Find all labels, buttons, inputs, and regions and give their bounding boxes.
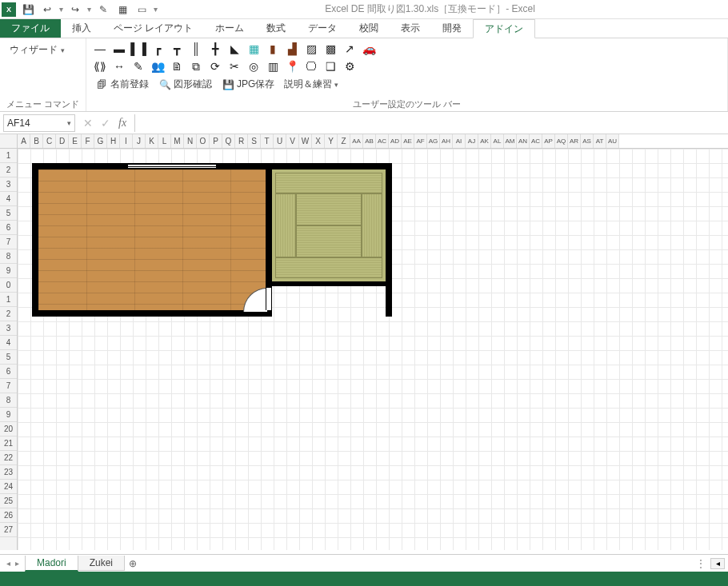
col-header-AQ[interactable]: AQ [555,134,568,148]
row-header-22[interactable]: 22 [0,451,17,465]
row-header-6[interactable]: 6 [0,221,17,235]
hscroll-left-button[interactable]: ◂ [710,558,725,569]
tool-note-icon[interactable]: ✎ [131,59,146,74]
row-header-27[interactable]: 27 [0,523,17,537]
col-header-H[interactable]: H [107,134,120,148]
tool-gear-icon[interactable]: ⚙ [342,59,357,74]
col-header-L[interactable]: L [158,134,171,148]
tool-grid-icon[interactable]: ▩ [323,42,338,56]
tool-triangle-icon[interactable]: ◣ [227,42,242,56]
col-header-AF[interactable]: AF [414,134,427,148]
fx-icon[interactable]: fx [118,117,126,130]
jpg-save-button[interactable]: 💾 JPG保存 [219,77,277,92]
tab-insert[interactable]: 挿入 [61,19,102,38]
tab-review[interactable]: 校閲 [348,19,390,38]
row-header-8[interactable]: 8 [0,393,17,408]
col-header-O[interactable]: O [197,134,210,148]
row-header-6[interactable]: 6 [0,365,17,379]
col-header-J[interactable]: J [133,134,146,148]
col-header-F[interactable]: F [82,134,94,148]
qat-redo-more[interactable]: ▾ [87,5,91,14]
col-header-X[interactable]: X [312,134,325,148]
name-box-dropdown-icon[interactable]: ▾ [67,119,71,127]
row-header-3[interactable]: 3 [0,321,17,336]
shape-confirm-button[interactable]: 🔍 図形確認 [156,77,214,92]
row-header-5[interactable]: 5 [0,350,17,365]
col-header-K[interactable]: K [146,134,158,148]
col-header-AI[interactable]: AI [453,134,466,148]
tab-formulas[interactable]: 数式 [255,19,297,38]
col-header-M[interactable]: M [171,134,184,148]
row-header-23[interactable]: 23 [0,465,17,480]
tool-line-icon[interactable]: — [93,42,107,56]
col-header-N[interactable]: N [184,134,197,148]
col-header-AR[interactable]: AR [568,134,581,148]
col-header-AK[interactable]: AK [478,134,491,148]
qat-redo-icon[interactable]: ↪ [68,2,82,17]
col-header-Z[interactable]: Z [338,134,350,148]
col-header-AG[interactable]: AG [427,134,440,148]
tool-copy-icon[interactable]: ⧉ [189,59,203,74]
qat-undo-icon[interactable]: ↩ [40,2,54,17]
cancel-x-icon[interactable]: ✕ [83,117,93,130]
tool-double-icon[interactable]: ║ [189,42,203,56]
explain-practice-button[interactable]: 説明＆練習 ▾ [282,77,341,92]
col-header-AC[interactable]: AC [530,134,542,148]
row-header-21[interactable]: 21 [0,437,17,451]
sheet-tab-zukei[interactable]: Zukei [78,556,125,571]
tool-cross-icon[interactable]: ╋ [208,42,222,56]
row-header-8[interactable]: 8 [0,249,17,264]
row-header-5[interactable]: 5 [0,206,17,221]
sheet-add-button[interactable]: ⊕ [125,558,141,569]
col-header-AH[interactable]: AH [440,134,453,148]
col-header-AL[interactable]: AL [491,134,504,148]
col-header-A[interactable]: A [18,134,30,148]
wizard-button[interactable]: ウィザード ▾ [6,42,79,58]
col-header-AP[interactable]: AP [542,134,555,148]
col-header-V[interactable]: V [286,134,299,148]
tab-home[interactable]: ホーム [204,19,255,38]
col-header-E[interactable]: E [69,134,82,148]
row-header-9[interactable]: 9 [0,408,17,422]
row-header-1[interactable]: 1 [0,293,17,307]
tool-layers-icon[interactable]: ❑ [323,59,338,74]
col-header-AD[interactable]: AD [389,134,402,148]
select-all-corner[interactable] [0,134,18,148]
col-header-AC[interactable]: AC [376,134,389,148]
tool-rotate-icon[interactable]: ⟳ [208,59,222,74]
col-header-AS[interactable]: AS [581,134,594,148]
tool-arrow-icon[interactable]: ↗ [342,42,357,56]
tool-people-icon[interactable]: 👥 [150,59,165,74]
col-header-R[interactable]: R [235,134,248,148]
col-header-AB[interactable]: AB [363,134,376,148]
qat-custom1-icon[interactable]: ✎ [96,2,110,17]
qat-save-icon[interactable]: 💾 [21,2,35,17]
floorplan-shape[interactable] [32,163,397,317]
tool-doc-icon[interactable]: 🗎 [170,59,184,74]
row-header-7[interactable]: 7 [0,379,17,393]
col-header-G[interactable]: G [94,134,107,148]
tool-cursor-icon[interactable]: ↔ [112,59,126,74]
col-header-AJ[interactable]: AJ [466,134,478,148]
tool-target-icon[interactable]: ◎ [246,59,261,74]
sheet-nav-first-icon[interactable]: ◂ [6,559,10,568]
tab-view[interactable]: 表示 [390,19,431,38]
row-header-20[interactable]: 20 [0,422,17,437]
col-header-W[interactable]: W [299,134,312,148]
enter-check-icon[interactable]: ✓ [101,117,110,130]
tool-boxdots-icon[interactable]: ▥ [266,59,280,74]
tool-corner-icon[interactable]: ┏ [150,42,165,56]
tab-addin[interactable]: アドイン [473,19,535,38]
tab-pagelayout[interactable]: ページ レイアウト [102,19,204,38]
tool-crop-icon[interactable]: ✂ [227,59,242,74]
qat-custom3-icon[interactable]: ▭ [134,2,149,17]
col-header-S[interactable]: S [248,134,261,148]
qat-custom2-icon[interactable]: ▦ [115,2,130,17]
formula-input[interactable] [134,114,728,132]
col-header-AE[interactable]: AE [402,134,414,148]
col-header-U[interactable]: U [274,134,286,148]
row-header-9[interactable]: 9 [0,264,17,278]
tool-pin-icon[interactable]: 📍 [285,59,299,74]
row-header-4[interactable]: 4 [0,192,17,206]
row-header-2[interactable]: 2 [0,307,17,321]
